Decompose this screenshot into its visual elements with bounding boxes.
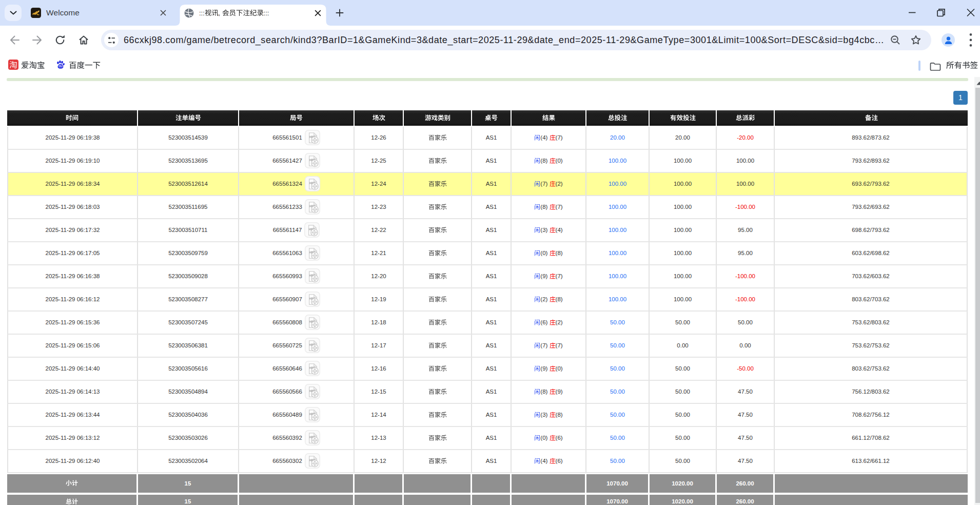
- svg-text:du: du: [58, 64, 63, 68]
